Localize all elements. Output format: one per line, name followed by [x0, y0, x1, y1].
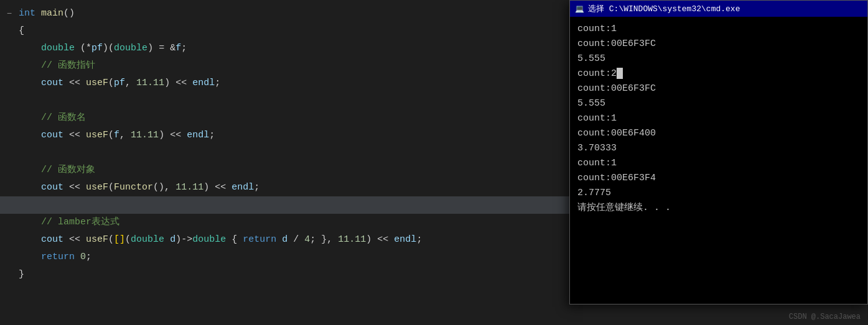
cmd-output-line-9: 3.70333	[577, 141, 860, 156]
cmd-body: count:1count:00E6F3FC5.555count:2count:0…	[570, 17, 867, 304]
cmd-output-line-4: count:2	[577, 66, 860, 81]
cmd-title: 选择 C:\WINDOWS\system32\cmd.exe	[588, 3, 740, 14]
cmd-output-line-10: count:1	[577, 156, 860, 171]
cmd-output-line-2: count:00E6F3FC	[577, 37, 860, 52]
watermark: CSDN @.SacaJawea	[789, 313, 861, 321]
cmd-titlebar: 💻 选择 C:\WINDOWS\system32\cmd.exe	[570, 1, 867, 17]
cmd-output-line-6: 5.555	[577, 96, 860, 111]
cmd-output-line-12: 2.7775	[577, 186, 860, 201]
cmd-window[interactable]: 💻 选择 C:\WINDOWS\system32\cmd.exe count:1…	[569, 0, 868, 304]
cmd-output-line-3: 5.555	[577, 52, 860, 66]
cmd-output-line-7: count:1	[577, 111, 860, 126]
cmd-output-line-5: count:00E6F3FC	[577, 81, 860, 96]
collapse-icon[interactable]: −	[7, 9, 12, 19]
cmd-output-line-11: count:00E6F3F4	[577, 171, 860, 186]
cmd-output-line-8: count:00E6F400	[577, 126, 860, 141]
watermark-text: CSDN @.SacaJawea	[789, 313, 861, 321]
gutter-1: −	[0, 9, 19, 19]
cmd-icon: 💻	[575, 4, 584, 14]
cmd-cursor	[617, 68, 623, 79]
cmd-output-line-13: 请按任意键继续. . .	[577, 201, 860, 216]
cmd-output-line-1: count:1	[577, 22, 860, 37]
